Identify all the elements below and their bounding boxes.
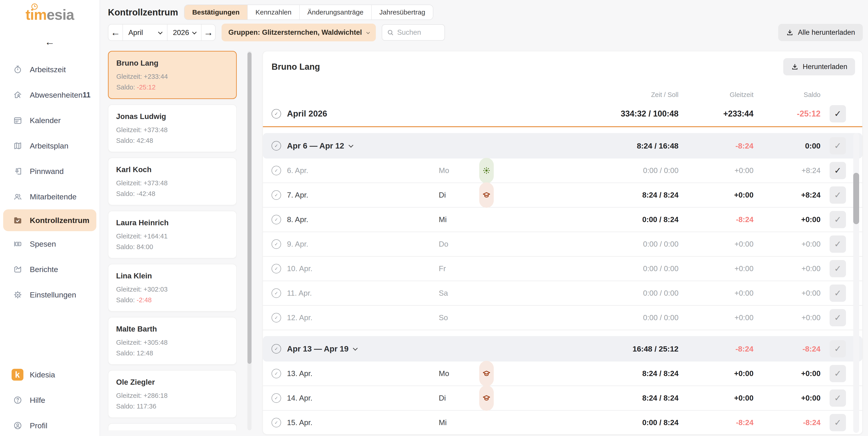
day-date: 15. Apr. [282,418,439,427]
sidebar-item-spesen[interactable]: Spesen [0,231,99,257]
week-zeit-soll: 8:24 / 16:48 [583,141,679,150]
tab-jahresuebertrag[interactable]: Jahresübertrag [371,5,433,20]
week-confirm-button[interactable]: ✓ [830,137,846,155]
sidebar-item-pinnwand[interactable]: Pinnwand [0,159,99,184]
day-confirm-button[interactable]: ✓ [830,162,846,179]
kidesia-logo: k [12,369,23,380]
prev-month-button[interactable]: ← [108,25,122,40]
day-confirm-button[interactable]: ✓ [830,365,846,382]
sidebar-item-kalender[interactable]: Kalender [0,108,99,133]
day-confirm-button[interactable]: ✓ [830,414,846,431]
scrollbar-thumb[interactable] [853,173,859,224]
sidebar-item-kontrollzentrum[interactable]: Kontrollzentrum [3,209,96,231]
day-confirm-button[interactable]: ✓ [830,211,846,228]
table-scrollbar[interactable] [853,133,859,433]
top-bar: Kontrollzentrum Bestätigungen Kennzahlen… [108,4,863,20]
day-confirm-button[interactable]: ✓ [830,284,846,302]
employee-card-ole-ziegler[interactable]: Ole Ziegler Gleitzeit: +286:18 Saldo: 11… [108,370,237,418]
day-saldo: +0:00 [753,369,820,378]
employee-name: Jonas Ludwig [116,112,228,121]
download-icon [786,29,794,36]
sidebar-item-arbeitsplan[interactable]: Arbeitsplan [0,133,99,159]
day-confirm-button[interactable]: ✓ [830,309,846,326]
search-input[interactable] [397,28,436,37]
year-select[interactable]: 2026 [167,25,201,40]
day-saldo: +8:24 [753,166,820,175]
scrollbar-thumb[interactable] [247,52,252,364]
day-zeit-soll: 8:24 / 8:24 [583,394,679,402]
day-gleitzeit: -8:24 [679,215,753,224]
detail-header: Bruno Lang Herunterladen [263,51,862,75]
employee-card-jonas-ludwig[interactable]: Jonas Ludwig Gleitzeit: +373:48 Saldo: 4… [108,104,237,152]
employee-list-scrollbar[interactable] [247,51,252,430]
cash-icon [12,239,23,249]
chevron-down-icon [192,30,197,35]
month-select-value: April [128,28,155,37]
sidebar-item-profil[interactable]: Profil [0,413,99,436]
employee-name: Lina Klein [116,272,228,280]
help-icon [12,395,23,405]
sidebar-item-abwesenheiten[interactable]: Abwesenheiten 11 [0,82,99,108]
check-circle-icon: ✓ [272,369,281,378]
download-button[interactable]: Herunterladen [783,58,855,75]
day-date: 9. Apr. [282,240,439,248]
sidebar-item-berichte[interactable]: Berichte [0,257,99,282]
month-summary-row: ✓ April 2026 334:32 / 100:48 +233:44 -25… [263,101,862,126]
sidebar-item-label: Mitarbeitende [30,192,76,201]
day-date: 8. Apr. [282,215,439,224]
employee-saldo: Saldo: 117:36 [116,403,228,410]
day-confirm-button[interactable]: ✓ [830,235,846,253]
week-row-apr6-apr12[interactable]: ✓ Apr 6 — Apr 12 8:24 / 16:48 -8:24 0:00… [263,133,862,159]
sidebar-item-kidesia[interactable]: k Kidesia [0,362,99,388]
day-confirm-button[interactable]: ✓ [830,390,846,407]
week-label: Apr 6 — Apr 12 [287,141,344,150]
day-weekday: Di [439,191,477,199]
next-month-button[interactable]: → [201,25,215,40]
month-navigator: ← April 2026 → [108,24,216,41]
tab-kennzahlen[interactable]: Kennzahlen [247,5,299,20]
day-row-15-apr: ✓ 15. Apr. Mi 0:00 / 8:24 -8:24 -8:24 ✓ [263,410,862,435]
gear-heart-icon [12,290,23,300]
sidebar-item-hilfe[interactable]: Hilfe [0,388,99,413]
download-icon [791,63,799,71]
download-all-button[interactable]: Alle herunterladen [778,24,863,41]
year-select-value: 2026 [173,28,189,37]
folder-check-icon [12,215,23,226]
check-circle-icon: ✓ [272,393,281,403]
sidebar-item-einstellungen[interactable]: Einstellungen [0,282,99,307]
day-saldo: +0:00 [753,240,820,248]
employee-card-lina-klein[interactable]: Lina Klein Gleitzeit: +302:03 Saldo: -2:… [108,264,237,311]
search-box [382,24,445,41]
employee-card-malte-barth[interactable]: Malte Barth Gleitzeit: +305:48 Saldo: 12… [108,317,237,365]
sidebar-item-label: Spesen [30,240,56,248]
day-zeit-soll: 8:24 / 8:24 [583,369,679,378]
collapse-sidebar-button[interactable]: ← [42,35,58,48]
week-confirm-button[interactable]: ✓ [830,340,846,358]
day-row-8-apr: ✓ 8. Apr. Mi 0:00 / 8:24 -8:24 +0:00 ✓ [263,207,862,232]
employee-card-laura-heinrich[interactable]: Laura Heinrich Gleitzeit: +164:41 Saldo:… [108,211,237,259]
content: Bruno Lang Gleitzeit: +233:44 Saldo: -25… [108,51,863,436]
employee-card-tammo-hanke[interactable]: Tammo Hanke [108,423,237,430]
check-circle-icon: ✓ [272,418,281,427]
day-confirm-button[interactable]: ✓ [830,187,846,204]
employee-saldo: Saldo: -2:48 [116,296,228,304]
sidebar-item-arbeitszeit[interactable]: Arbeitszeit [0,57,99,82]
tab-aenderungsantraege[interactable]: Änderungsanträge [299,5,371,20]
tab-bestaetigungen[interactable]: Bestätigungen [185,5,247,20]
day-date: 6. Apr. [282,166,439,175]
chevron-down-icon [158,30,163,35]
employee-saldo: Saldo: 84:00 [116,243,228,251]
employee-card-karl-koch[interactable]: Karl Koch Gleitzeit: +373:48 Saldo: -42:… [108,158,237,205]
check-circle-icon: ✓ [272,264,281,273]
month-confirm-button[interactable]: ✓ [830,105,846,123]
column-saldo: Saldo [753,91,820,99]
column-zeit-soll: Zeit / Soll [583,91,679,99]
sidebar-item-label: Einstellungen [30,291,76,299]
week-row-apr13-apr19[interactable]: ✓ Apr 13 — Apr 19 16:48 / 25:12 -8:24 -8… [263,336,862,362]
day-confirm-button[interactable]: ✓ [830,260,846,277]
sidebar-item-mitarbeitende[interactable]: Mitarbeitende [0,184,99,209]
month-select[interactable]: April [122,25,167,40]
column-gleitzeit: Gleitzeit [679,91,753,99]
group-filter-dropdown[interactable]: Gruppen: Glitzersternchen, Waldwichtel [221,24,376,41]
employee-card-bruno-lang[interactable]: Bruno Lang Gleitzeit: +233:44 Saldo: -25… [108,51,237,99]
